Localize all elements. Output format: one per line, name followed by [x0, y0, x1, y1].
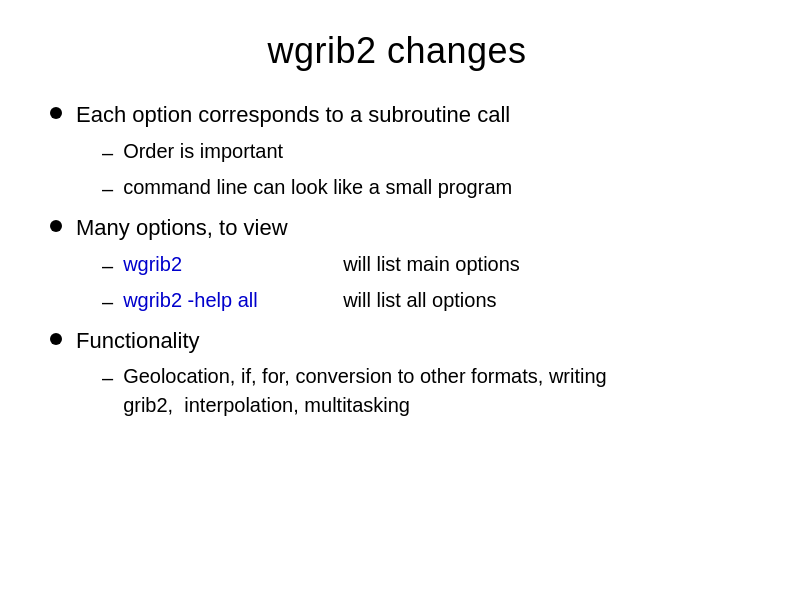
bullet-text-1: Each option corresponds to a subroutine … — [76, 102, 510, 127]
sub-col-right-2-1: will list main options — [343, 250, 520, 278]
bullet-item-2: Many options, to view – wgrib2 will list… — [50, 213, 744, 316]
sub-text-3-1: Geolocation, if, for, conversion to othe… — [123, 362, 607, 420]
sub-col-right-2-2: will list all options — [343, 286, 496, 314]
bullet-item-1: Each option corresponds to a subroutine … — [50, 100, 744, 203]
sub-col-left-2-2: wgrib2 -help all — [123, 286, 343, 314]
sub-items-3: – Geolocation, if, for, conversion to ot… — [102, 362, 607, 420]
sub-item-3-1: – Geolocation, if, for, conversion to ot… — [102, 362, 607, 420]
sub-dash-1-1: – — [102, 139, 113, 167]
sub-item-2-2: – wgrib2 -help all will list all options — [102, 286, 520, 316]
bullet-dot-1 — [50, 107, 62, 119]
sub-text-1-1: Order is important — [123, 137, 283, 165]
slide: wgrib2 changes Each option corresponds t… — [0, 0, 794, 595]
bullet-dot-3 — [50, 333, 62, 345]
content-area: Each option corresponds to a subroutine … — [50, 100, 744, 565]
sub-items-2: – wgrib2 will list main options – wgrib2… — [102, 250, 520, 316]
sub-items-1: – Order is important – command line can … — [102, 137, 512, 203]
bullet-dot-2 — [50, 220, 62, 232]
sub-col-left-2-1: wgrib2 — [123, 250, 343, 278]
sub-item-1-2: – command line can look like a small pro… — [102, 173, 512, 203]
bullet-text-3: Functionality — [76, 328, 200, 353]
sub-dash-2-2: – — [102, 288, 113, 316]
bullet-text-2: Many options, to view — [76, 215, 288, 240]
slide-title: wgrib2 changes — [50, 30, 744, 72]
sub-item-1-1: – Order is important — [102, 137, 512, 167]
sub-dash-2-1: – — [102, 252, 113, 280]
sub-dash-3-1: – — [102, 364, 113, 392]
sub-item-2-1: – wgrib2 will list main options — [102, 250, 520, 280]
bullet-item-3: Functionality – Geolocation, if, for, co… — [50, 326, 744, 421]
sub-dash-1-2: – — [102, 175, 113, 203]
sub-text-1-2: command line can look like a small progr… — [123, 173, 512, 201]
